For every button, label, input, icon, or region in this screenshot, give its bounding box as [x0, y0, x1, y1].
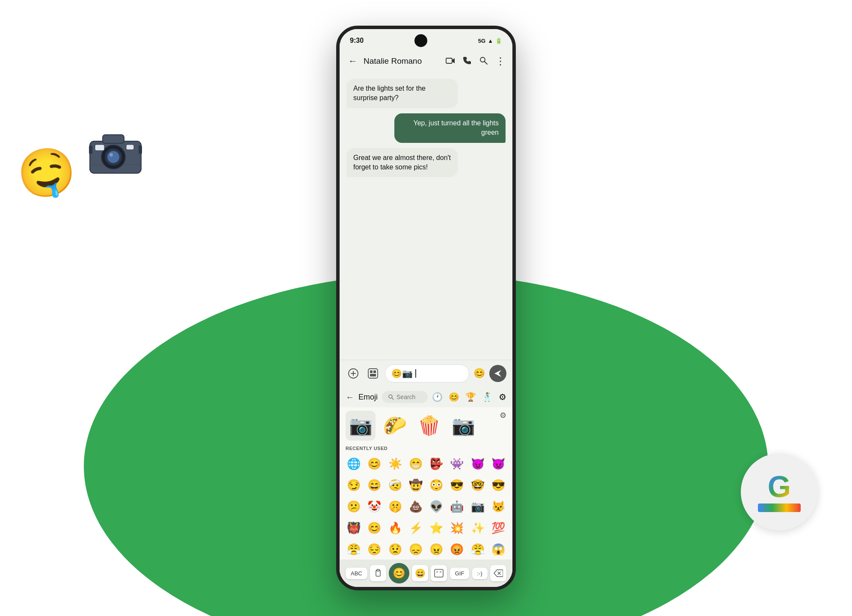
sticker-popcorn[interactable]: 🍿	[414, 411, 444, 441]
emoji-cell[interactable]: ⭐	[426, 518, 446, 538]
add-button[interactable]	[346, 366, 361, 381]
emoji-cell[interactable]: 🤡	[364, 496, 384, 517]
emoji-cell[interactable]: ✨	[468, 518, 488, 538]
emoji-cell[interactable]: 😾	[488, 496, 508, 517]
emoji-cell[interactable]: 👾	[447, 453, 467, 474]
svg-rect-6	[126, 145, 134, 150]
sticker-key[interactable]: 😄	[412, 565, 428, 581]
emoji-cell[interactable]: 🤫	[385, 496, 405, 517]
emoji-cell[interactable]: 🤓	[468, 475, 488, 495]
emoji-keyboard-back[interactable]: ←	[346, 392, 354, 402]
recent-category-icon[interactable]: 🕐	[432, 392, 443, 402]
emoji-cell[interactable]: 🤕	[385, 475, 405, 495]
abc-key[interactable]: ABC	[346, 568, 367, 579]
phone-screen: 9:30 5G ▲ 🔋 ← Natalie Romano	[340, 29, 512, 587]
gboard-icon: G	[741, 453, 818, 530]
sticker-button[interactable]	[365, 366, 381, 381]
emoji-cell[interactable]: 😄	[364, 475, 384, 495]
sticker-row: 📷 🌮 🍿 📷 ⚙	[340, 407, 512, 444]
settings-category-icon[interactable]: ⚙	[499, 392, 506, 402]
emoji-cell[interactable]: 🤖	[447, 496, 467, 517]
keyboard-bottom-bar: ABC 😊 😄	[340, 560, 512, 587]
svg-rect-20	[370, 374, 376, 376]
svg-rect-11	[446, 58, 452, 63]
smile-category-icon[interactable]: 😊	[449, 392, 459, 402]
input-bar: 😊📷 😊	[340, 360, 512, 387]
emoji-cell[interactable]: 👿	[488, 453, 508, 474]
emoji-keyboard-title: Emoji	[358, 393, 378, 402]
svg-rect-1	[103, 135, 124, 143]
svg-point-4	[107, 151, 119, 163]
phone-call-icon[interactable]	[463, 56, 471, 67]
emoji-keyboard: ← Emoji Search 🕐 😊 🏆 🕺 ⚙	[340, 387, 512, 587]
people-category-icon[interactable]: 🕺	[482, 392, 493, 402]
svg-rect-17	[368, 369, 378, 378]
emoji-search-bar[interactable]: Search	[382, 391, 428, 403]
emoji-cell[interactable]: 👽	[426, 496, 446, 517]
sticker-taco[interactable]: 🌮	[380, 411, 410, 441]
svg-rect-25	[435, 569, 443, 577]
svg-line-22	[392, 398, 393, 400]
emoji-cell[interactable]: 😠	[426, 539, 446, 560]
emoji-category-icons: 🕐 😊 🏆 🕺 ⚙	[432, 392, 506, 402]
sticker-settings-icon[interactable]: ⚙	[500, 411, 506, 420]
status-bar: 9:30 5G ▲ 🔋	[340, 29, 512, 50]
clipboard-key[interactable]	[370, 565, 386, 581]
back-button[interactable]: ←	[346, 54, 359, 68]
emoji-cell[interactable]: 🌐	[344, 453, 364, 474]
kaomoji-key[interactable]	[431, 565, 447, 581]
more-options-icon[interactable]: ⋮	[495, 56, 506, 66]
emoji-cell[interactable]: 😊	[364, 518, 384, 538]
emoji-cell[interactable]: ☀️	[385, 453, 405, 474]
phone: 9:30 5G ▲ 🔋 ← Natalie Romano	[336, 26, 516, 590]
emoji-cell[interactable]: 🤠	[406, 475, 426, 495]
emoji-cell[interactable]: 😔	[364, 539, 384, 560]
emoji-cell[interactable]: ⚡	[406, 518, 426, 538]
trophy-category-icon[interactable]: 🏆	[465, 392, 476, 402]
message-received-2: Great we are almost there, don't forget …	[346, 148, 458, 178]
nav-icons: ⋮	[446, 56, 506, 67]
emoji-cell[interactable]: 💥	[447, 518, 467, 538]
recently-used-label: RECENTLY USED	[340, 444, 512, 453]
emoji-cell[interactable]: 💯	[488, 518, 508, 538]
emoji-picker-button[interactable]: 😊	[473, 368, 485, 379]
svg-rect-19	[373, 370, 376, 373]
input-emoji-content: 😊📷	[391, 368, 413, 379]
emoji-cell[interactable]: 😡	[447, 539, 467, 560]
emoji-cell[interactable]: 😳	[426, 475, 446, 495]
emoji-cell[interactable]: 👹	[344, 518, 364, 538]
send-button[interactable]	[489, 365, 506, 382]
emoji-cell[interactable]: 😟	[385, 539, 405, 560]
emoji-active-key[interactable]: 😊	[389, 563, 409, 583]
emoji-cell[interactable]: 😱	[488, 539, 508, 560]
emoji-cell[interactable]: 😕	[344, 496, 364, 517]
text-input-field[interactable]: 😊📷	[385, 364, 469, 382]
emoji-cell[interactable]: 😎	[488, 475, 508, 495]
emoji-cell[interactable]: 😊	[364, 453, 384, 474]
floating-emoji-left: 🤤	[13, 141, 80, 205]
emoji-cell[interactable]: 😞	[406, 539, 426, 560]
search-icon[interactable]	[479, 56, 488, 67]
phone-wrapper: 9:30 5G ▲ 🔋 ← Natalie Romano	[336, 26, 516, 590]
emoji-cell[interactable]: 📷	[468, 496, 488, 517]
emoji-cell[interactable]: 😏	[344, 475, 364, 495]
status-time: 9:30	[350, 37, 364, 44]
emoji-cell[interactable]: 😤	[344, 539, 364, 560]
gif-key[interactable]: GIF	[450, 568, 470, 579]
kaomoji-text-key[interactable]: :-)	[472, 568, 488, 579]
sticker-camera2[interactable]: 📷	[448, 411, 478, 441]
emoji-keyboard-header: ← Emoji Search 🕐 😊 🏆 🕺 ⚙	[340, 387, 512, 407]
emoji-cell[interactable]: 😎	[447, 475, 467, 495]
contact-name: Natalie Romano	[364, 56, 441, 66]
floating-camera-left	[86, 128, 145, 177]
emoji-cell[interactable]: 🔥	[385, 518, 405, 538]
delete-key[interactable]	[490, 565, 506, 581]
emoji-cell[interactable]: 👺	[426, 453, 446, 474]
sticker-camera[interactable]: 📷	[346, 411, 376, 441]
svg-rect-7	[95, 145, 104, 151]
emoji-cell[interactable]: 💩	[406, 496, 426, 517]
emoji-cell[interactable]: 😤	[468, 539, 488, 560]
emoji-cell[interactable]: 😈	[468, 453, 488, 474]
video-call-icon[interactable]	[446, 56, 455, 66]
emoji-cell[interactable]: 😁	[406, 453, 426, 474]
